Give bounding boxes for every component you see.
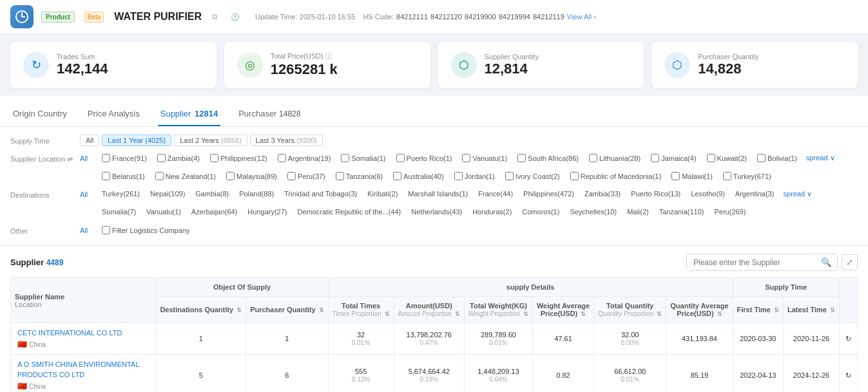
hs-code-5[interactable]: 84212119 <box>533 13 564 21</box>
loc-argentina[interactable]: Argentina(19) <box>274 153 335 163</box>
loc-lithuania[interactable]: Lithuania(28) <box>585 153 644 163</box>
dest-argentina[interactable]: Argentina(3) <box>731 189 778 199</box>
th-latest-time[interactable]: Latest Time ⇅ <box>784 297 840 323</box>
dest-mali[interactable]: Mali(2) <box>623 207 653 217</box>
loc-malaysia[interactable]: Malaysia(89) <box>222 171 281 182</box>
dest-nepal[interactable]: Nepal(109) <box>146 189 189 199</box>
tab-price-analysis[interactable]: Price Analysis <box>85 104 142 126</box>
loc-belarus[interactable]: Belarus(1) <box>98 171 149 182</box>
dest-hungary[interactable]: Hungary(27) <box>244 207 291 217</box>
dest-tanzania[interactable]: Tanzania(110) <box>655 207 708 217</box>
hs-code-2[interactable]: 84212120 <box>430 13 462 21</box>
loc-new-zealand[interactable]: New Zealand(1) <box>151 171 220 182</box>
th-dest-qty[interactable]: Destinations Quantity ⇅ <box>156 297 246 323</box>
destinations-spread[interactable]: spread ∨ <box>783 190 812 198</box>
loc-vanuatu[interactable]: Vanuatu(1) <box>458 153 511 163</box>
dest-kiribati[interactable]: Kiribati(2) <box>363 189 401 199</box>
dest-poland[interactable]: Poland(88) <box>235 189 278 199</box>
spacer2 <box>80 171 93 173</box>
supplier-location-spread[interactable]: spread ∨ <box>806 154 835 162</box>
tab-supplier[interactable]: Supplier 12814 <box>158 104 220 126</box>
other-items: Filter Logistics Company <box>98 225 858 236</box>
dest-peru[interactable]: Peru(269) <box>710 207 749 217</box>
col-group-details: supply Details <box>328 278 733 297</box>
loc-puerto-rico[interactable]: Puerto Rico(1) <box>392 153 456 163</box>
expand-table-button[interactable]: ⤢ <box>842 254 858 270</box>
action-1[interactable]: ↻ <box>840 323 858 355</box>
purchaser-qty-1: 1 <box>246 323 329 355</box>
hs-code-1[interactable]: 84212111 <box>396 13 428 21</box>
loc-tanzania[interactable]: Tanzania(6) <box>332 171 387 182</box>
copy-icon[interactable]: ⧉ <box>212 12 218 21</box>
destinations-items2: Somalia(7) Vanuatu(1) Azerbaijan(64) Hun… <box>98 207 858 217</box>
supply-time-2yr[interactable]: Last 2 Years (6858) <box>174 135 247 146</box>
loc-zambia[interactable]: Zambia(4) <box>153 153 204 163</box>
th-purchaser-qty[interactable]: Purchaser Quantity ⇅ <box>246 297 329 323</box>
supplier-search-button[interactable]: 🔍 <box>816 254 837 270</box>
loc-malawi[interactable]: Malawi(1) <box>668 171 717 182</box>
dest-qty-1: 1 <box>156 323 246 355</box>
th-qty-avg[interactable]: Quantity AveragePrice(USD) ⇅ <box>666 297 733 323</box>
dest-vanuatu[interactable]: Vanuatu(1) <box>142 207 185 217</box>
supplier-name-link-1[interactable]: CETC INTERNATIONAL CO LTD <box>17 328 151 338</box>
hs-code-4[interactable]: 84219994 <box>499 13 530 21</box>
dest-democratic-republic[interactable]: Democratic Republic of the...(44) <box>293 207 405 217</box>
loc-south-africa[interactable]: South Africa(86) <box>514 153 583 163</box>
th-amount[interactable]: Amount(USD) Amount Proportion ⇅ <box>394 297 464 323</box>
loc-philippines[interactable]: Philippines(12) <box>206 153 271 163</box>
country-name-2: China <box>29 383 46 390</box>
loc-republic-of-macedonia[interactable]: Republic of Macedonia(1) <box>566 171 665 182</box>
dest-somalia[interactable]: Somalia(7) <box>98 207 140 217</box>
loc-france[interactable]: France(91) <box>98 153 151 163</box>
th-weight-avg[interactable]: Weight AveragePrice(USD) ⇅ <box>532 297 593 323</box>
action-2[interactable]: ↻ <box>840 355 858 392</box>
supply-time-1yr[interactable]: Last 1 Year (4025) <box>102 135 171 146</box>
dest-turkey[interactable]: Turkey(261) <box>98 189 144 199</box>
th-total-times[interactable]: Total Times Times Proportion ⇅ <box>328 297 394 323</box>
dest-puerto-rico[interactable]: Puerto Rico(13) <box>627 189 684 199</box>
dest-france[interactable]: France(44) <box>474 189 517 199</box>
supplier-search-input[interactable] <box>687 255 816 270</box>
view-all-link[interactable]: View All › <box>567 13 596 21</box>
supplier-qty-value: 12,814 <box>485 61 632 77</box>
dest-philippines[interactable]: Philippines(472) <box>519 189 578 199</box>
other-all[interactable]: All <box>80 225 93 234</box>
dest-marshall-islands[interactable]: Marshall Islands(1) <box>404 189 472 199</box>
loc-jamaica[interactable]: Jamaica(4) <box>647 153 700 163</box>
supply-time-3yr[interactable]: Last 3 Years (9200) <box>250 135 323 146</box>
dest-azerbaijan[interactable]: Azerbaijan(64) <box>188 207 242 217</box>
loc-turkey[interactable]: Turkey(671) <box>719 171 775 182</box>
loc-somalia[interactable]: Somalia(1) <box>337 153 389 163</box>
dest-netherlands[interactable]: Netherlands(43) <box>407 207 466 217</box>
dest-lesotho[interactable]: Lesotho(9) <box>687 189 729 199</box>
loc-peru[interactable]: Peru(37) <box>284 171 329 182</box>
th-total-qty[interactable]: Total Quantity Quantity Proportion ⇅ <box>594 297 666 323</box>
loc-bolivia[interactable]: Bolivia(1) <box>753 153 801 163</box>
loc-jordan[interactable]: Jordan(1) <box>450 171 499 182</box>
supplier-search-box[interactable]: 🔍 <box>686 254 838 271</box>
tab-purchaser[interactable]: Purchaser 14828 <box>236 104 303 126</box>
stat-info-purchaser: Purchaser Quantity 14,828 <box>698 53 845 77</box>
supply-time-options: All Last 1 Year (4025) Last 2 Years (685… <box>80 135 858 146</box>
destinations-all[interactable]: All <box>80 189 93 198</box>
th-weight[interactable]: Total Weight(KG) Weight Proportion ⇅ <box>465 297 533 323</box>
loc-australia[interactable]: Australia(40) <box>389 171 447 182</box>
hs-code-3[interactable]: 84219900 <box>465 13 496 21</box>
dest-gambia[interactable]: Gambia(8) <box>191 189 233 199</box>
loc-kuwait[interactable]: Kuwait(2) <box>703 153 751 163</box>
tab-origin-country[interactable]: Origin Country <box>10 104 70 126</box>
dest-seychelles[interactable]: Seychelles(10) <box>566 207 621 217</box>
supply-time-all[interactable]: All <box>80 135 99 146</box>
th-first-time[interactable]: First Time ⇅ <box>733 297 783 323</box>
filter-logistics[interactable]: Filter Logistics Company <box>98 225 193 236</box>
qty-avg-1: 431,193.84 <box>666 323 733 355</box>
dest-trinidad[interactable]: Trinidad and Tobago(3) <box>280 189 361 199</box>
supplier-location-all[interactable]: All <box>80 153 93 162</box>
supplier-name-link-2[interactable]: A O SMITH CHINA ENVIRONMENTAL PRODUCTS C… <box>17 360 151 380</box>
supplier-tab-count: 12814 <box>195 109 218 118</box>
loc-ivory-coast[interactable]: Ivory Coast(2) <box>501 171 564 182</box>
trades-icon: ↻ <box>23 52 49 78</box>
dest-zambia[interactable]: Zambia(33) <box>581 189 624 199</box>
dest-comoros[interactable]: Comoros(1) <box>518 207 563 217</box>
dest-honduras[interactable]: Honduras(2) <box>468 207 516 217</box>
